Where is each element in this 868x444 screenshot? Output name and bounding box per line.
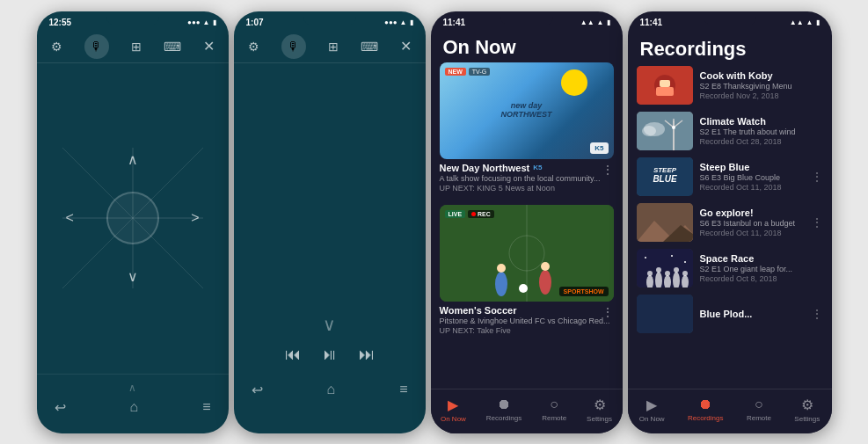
more-options-blue[interactable]: ⋮ xyxy=(811,307,823,321)
svg-point-34 xyxy=(656,267,661,273)
menu-icon[interactable]: ≡ xyxy=(202,399,210,415)
keyboard-icon[interactable]: ⌨ xyxy=(164,40,181,54)
bottom-nav-recordings: ▶ On Now ⏺ Recordings ○ Remote ⚙ Setting… xyxy=(628,389,832,433)
svg-point-32 xyxy=(647,271,653,276)
status-icons-4: ▲▲ ▲ ▮ xyxy=(790,18,820,26)
recording-item-climate[interactable]: Climate Watch S2 E1 The truth about wind… xyxy=(637,112,823,150)
explore-thumb-svg xyxy=(637,203,693,242)
program-info-soccer: Women's Soccer Pitstone & Ivinghoe Unite… xyxy=(440,302,614,338)
recording-item-cook[interactable]: Cook with Koby S2 E8 Thanksgiving Menu R… xyxy=(637,66,823,105)
back-icon-2[interactable]: ↩ xyxy=(252,382,263,398)
settings-nav-label-4: Settings xyxy=(794,415,820,423)
notch1 xyxy=(106,11,159,25)
sun-decoration xyxy=(561,69,587,96)
program-thumb-soccer[interactable]: LIVE REC SPORTSHOW xyxy=(440,205,614,302)
more-options-newday[interactable]: ⋮ xyxy=(602,163,614,177)
rec-badge: REC xyxy=(468,210,494,218)
svg-point-38 xyxy=(674,267,679,273)
remote-nav-label-4: Remote xyxy=(747,414,771,422)
live-badges: LIVE REC xyxy=(445,210,494,218)
rec-info-explore: Go explore! S6 E3 Istanbul on a budget R… xyxy=(700,207,804,237)
mic-button-2[interactable]: 🎙 xyxy=(281,34,306,59)
more-options-explore[interactable]: ⋮ xyxy=(811,215,823,229)
keyboard-icon-2[interactable]: ⌨ xyxy=(361,40,378,54)
nav-onnow-4[interactable]: ▶ On Now xyxy=(639,397,665,423)
blue-thumb-svg xyxy=(637,295,693,333)
grid-icon[interactable]: ⊞ xyxy=(131,40,142,54)
settings-icon[interactable]: ⚙ xyxy=(51,40,62,54)
onnow-content: new dayNORTHWEST NEW TV-G K5 New Day Nor… xyxy=(431,62,623,389)
rec-title-cook: Cook with Koby xyxy=(700,70,823,81)
nav-remote-4[interactable]: ○ Remote xyxy=(747,397,771,422)
settings-nav-label-3: Settings xyxy=(587,415,612,423)
play-pause-button[interactable]: ⏯ xyxy=(322,346,338,364)
onnow-nav-icon: ▶ xyxy=(448,397,458,413)
onnow-nav-label: On Now xyxy=(441,415,466,423)
svg-rect-15 xyxy=(656,87,674,96)
battery-icon-2: ▮ xyxy=(410,18,413,26)
menu-icon-2[interactable]: ≡ xyxy=(399,382,407,398)
program-thumb-newday[interactable]: new dayNORTHWEST NEW TV-G K5 xyxy=(440,62,614,159)
notch4 xyxy=(704,11,756,25)
recordings-header: Recordings xyxy=(628,31,832,66)
recording-item-space[interactable]: Space Race S2 E1 One giant leap for... R… xyxy=(637,249,823,288)
rec-info-steep: Steep Blue S6 E3 Big Blue Couple Recorde… xyxy=(700,162,804,192)
nav-settings-3[interactable]: ⚙ Settings xyxy=(587,397,612,423)
close-button-2[interactable]: ✕ xyxy=(400,38,412,55)
time-2: 1:07 xyxy=(246,18,264,27)
close-button[interactable]: ✕ xyxy=(203,38,215,55)
signal-icon-2: ●●● xyxy=(384,18,398,26)
svg-point-41 xyxy=(645,257,646,258)
nav-remote-3[interactable]: ○ Remote xyxy=(542,397,566,422)
onnow-header: On Now xyxy=(431,31,623,62)
recordings-nav-icon-4: ⏺ xyxy=(698,397,712,412)
settings-icon-2[interactable]: ⚙ xyxy=(248,40,259,54)
rec-title-space: Space Race xyxy=(700,253,823,264)
recordings-list: Cook with Koby S2 E8 Thanksgiving Menu R… xyxy=(628,66,832,389)
dpad-center-circle[interactable] xyxy=(106,192,159,244)
dpad-down-button[interactable]: ∨ xyxy=(128,268,138,285)
climate-thumb-svg xyxy=(637,112,693,150)
rec-episode-steep: S6 E3 Big Blue Couple xyxy=(700,173,804,182)
cook-thumb-svg xyxy=(637,66,693,105)
home-icon[interactable]: ⌂ xyxy=(129,399,138,415)
nav-recordings-3[interactable]: ⏺ Recordings xyxy=(486,397,522,422)
settings-nav-icon-4: ⚙ xyxy=(801,397,813,413)
recording-item-steep[interactable]: STEEP BLUE Steep Blue S6 E3 Big Blue Cou… xyxy=(637,157,823,196)
nav-settings-4[interactable]: ⚙ Settings xyxy=(794,397,820,423)
grid-icon-2[interactable]: ⊞ xyxy=(328,40,339,54)
program-desc-soccer: Pitstone & Ivinghoe United FC vs Chicago… xyxy=(440,317,614,325)
recording-item-explore[interactable]: Go explore! S6 E3 Istanbul on a budget R… xyxy=(637,203,823,242)
rec-thumb-cook xyxy=(637,66,693,105)
settings-nav-icon-3: ⚙ xyxy=(594,397,606,413)
remote2-controls: ∨ ⏮ ⏯ ⏭ ↩ ⌂ ≡ xyxy=(234,63,426,433)
program-desc-newday: A talk show focusing on the local commun… xyxy=(440,174,614,183)
forward-button[interactable]: ⏭ xyxy=(359,346,375,364)
program-info-newday: New Day Northwest K5 A talk show focusin… xyxy=(440,159,614,196)
rec-date-climate: Recorded Oct 28, 2018 xyxy=(700,137,823,146)
more-options-steep[interactable]: ⋮ xyxy=(811,170,823,184)
phone-remote2: 1:07 ●●● ▲ ▮ ⚙ 🎙 ⊞ ⌨ ✕ ∨ ⏮ xyxy=(234,11,426,433)
svg-rect-44 xyxy=(637,295,693,333)
mic-button[interactable]: 🎙 xyxy=(84,34,109,59)
rec-episode-space: S2 E1 One giant leap for... xyxy=(700,265,823,273)
home-icon-2[interactable]: ⌂ xyxy=(326,382,335,398)
dpad-right-button[interactable]: > xyxy=(191,210,199,226)
rec-date-cook: Recorded Nov 2, 2018 xyxy=(700,91,823,100)
dpad-left-button[interactable]: < xyxy=(66,210,74,226)
rec-thumb-space xyxy=(637,249,693,288)
rec-episode-explore: S6 E3 Istanbul on a budget xyxy=(700,219,804,228)
more-options-soccer[interactable]: ⋮ xyxy=(602,305,614,319)
nav-recordings-4[interactable]: ⏺ Recordings xyxy=(688,397,723,422)
recording-item-blue[interactable]: Blue Plod... ⋮ xyxy=(637,295,823,333)
media-controls: ⏮ ⏯ ⏭ xyxy=(285,346,375,364)
rewind-button[interactable]: ⏮ xyxy=(285,346,301,364)
remote-nav-icon-3: ○ xyxy=(550,397,558,412)
program-upnext-newday: UP NEXT: KING 5 News at Noon xyxy=(440,184,614,193)
program-card-newday: new dayNORTHWEST NEW TV-G K5 New Day Nor… xyxy=(440,62,614,196)
back-icon[interactable]: ↩ xyxy=(55,399,66,416)
nav-onnow[interactable]: ▶ On Now xyxy=(441,397,466,423)
space-thumb-svg xyxy=(637,249,693,288)
remote-body: ∧ ∨ < > xyxy=(37,63,229,374)
dpad-up-button[interactable]: ∧ xyxy=(128,151,138,168)
